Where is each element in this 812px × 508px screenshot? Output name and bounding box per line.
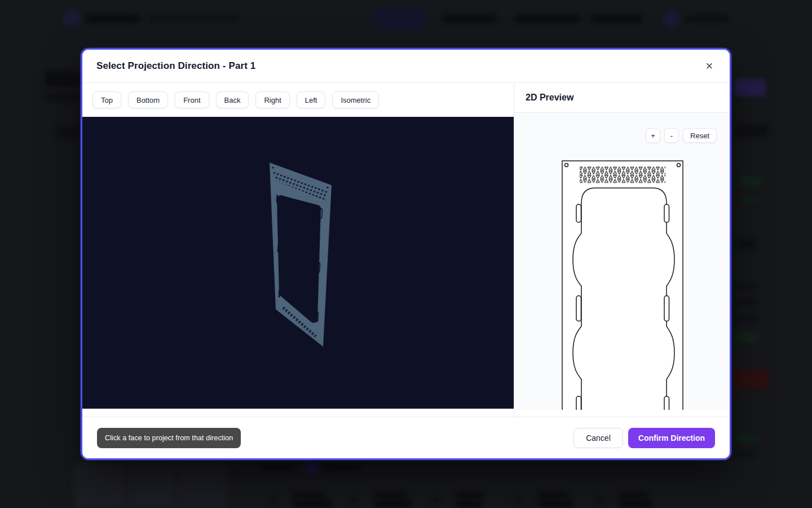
projection-direction-modal: Select Projection Direction - Part 1 ✕ T…: [81, 48, 731, 460]
direction-button-isometric[interactable]: Isometric: [332, 91, 379, 108]
direction-button-left[interactable]: Left: [297, 91, 326, 108]
dimmed-text: [736, 125, 769, 137]
dimmed-button: [734, 79, 766, 96]
dimmed-icon: [269, 497, 277, 505]
direction-button-top[interactable]: Top: [92, 91, 121, 108]
dimmed-part-thumbnail: [74, 462, 126, 508]
dimmed-nav-pill-active: [372, 8, 427, 29]
dimmed-text: [261, 463, 296, 471]
confirm-direction-button[interactable]: Confirm Direction: [628, 428, 715, 448]
dimmed-text: [733, 435, 758, 442]
projection-hint-tooltip: Click a face to project from that direct…: [97, 428, 241, 448]
dimmed-text: [741, 196, 757, 203]
cancel-button[interactable]: Cancel: [573, 428, 623, 448]
dimmed-nav-item: [591, 14, 643, 23]
direction-toolbar: Top Bottom Front Back Right Left Isometr…: [82, 83, 514, 117]
dimmed-header-subtitle: [149, 15, 240, 21]
dimmed-text: [733, 333, 759, 341]
dimmed-label: [456, 492, 484, 498]
3d-viewport[interactable]: [82, 117, 514, 409]
dimmed-toggle: [305, 461, 318, 474]
modal-body: Top Bottom Front Back Right Left Isometr…: [82, 83, 730, 417]
dimmed-label: [537, 492, 568, 498]
dimmed-value: [374, 500, 412, 507]
dimmed-user-name: [686, 15, 730, 21]
modal-title: Select Projection Direction - Part 1: [96, 60, 255, 72]
dimmed-icon: [432, 497, 440, 505]
direction-button-back[interactable]: Back: [216, 91, 249, 108]
3d-part-model[interactable]: [82, 117, 514, 409]
dimmed-user-avatar: [664, 11, 680, 27]
dimmed-part-thumbnail: [176, 462, 228, 508]
dimmed-text: [323, 463, 361, 470]
modal-footer: Click a face to project from that direct…: [82, 417, 730, 458]
dimmed-text: [734, 315, 757, 322]
dimmed-icon: [351, 497, 359, 505]
viewport-column: Top Bottom Front Back Right Left Isometr…: [82, 83, 514, 417]
dimmed-page-title: [45, 71, 80, 87]
dimmed-text: [736, 239, 756, 249]
dimmed-text: [733, 450, 756, 457]
2d-preview-canvas[interactable]: + - Reset: [514, 113, 730, 410]
dimmed-value: [456, 500, 482, 507]
dimmed-nav-item: [441, 14, 497, 23]
dimmed-page-subtitle: [45, 94, 81, 102]
dimmed-app-logo: [63, 10, 81, 27]
dimmed-text: [733, 298, 757, 305]
modal-header: Select Projection Direction - Part 1 ✕: [82, 50, 730, 83]
dimmed-value: [293, 500, 332, 507]
footer-actions: Cancel Confirm Direction: [573, 428, 715, 448]
dimmed-label: [374, 492, 407, 498]
preview-column: 2D Preview + - Reset: [514, 83, 730, 417]
direction-button-right[interactable]: Right: [255, 91, 289, 108]
dimmed-part-thumbnail: [126, 462, 178, 508]
dimmed-value: [619, 500, 652, 507]
dimmed-icon: [595, 497, 603, 505]
dimmed-text: [733, 282, 757, 290]
dimmed-label: [619, 492, 648, 498]
preview-header: 2D Preview: [514, 83, 730, 113]
dimmed-danger-button: [734, 370, 769, 388]
dimmed-icon: [514, 497, 522, 505]
direction-button-front[interactable]: Front: [175, 91, 209, 108]
preview-title: 2D Preview: [526, 93, 573, 103]
2d-part-drawing: [514, 113, 730, 410]
dimmed-text: [739, 176, 761, 186]
dimmed-brand-text: [86, 14, 140, 23]
dimmed-value: [537, 500, 573, 507]
close-icon[interactable]: ✕: [703, 59, 716, 73]
dimmed-toolbar-icons: [55, 126, 81, 138]
dimmed-nav-item: [514, 14, 581, 23]
dimmed-label: [293, 492, 325, 498]
direction-button-bottom[interactable]: Bottom: [128, 91, 168, 108]
